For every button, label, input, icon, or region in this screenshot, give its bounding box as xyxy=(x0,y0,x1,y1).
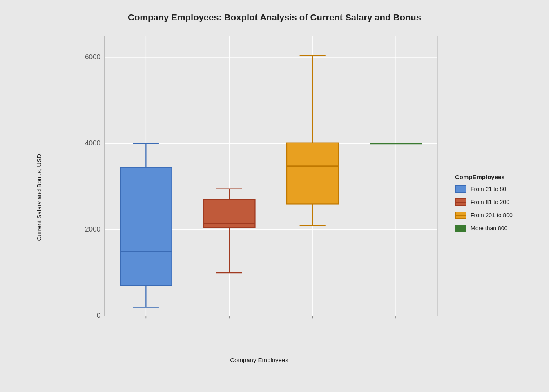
legend-box-3 xyxy=(455,212,466,219)
legend-label-2: From 81 to 200 xyxy=(471,199,509,205)
svg-rect-29 xyxy=(287,143,338,204)
legend-container: CompEmployees From 21 to 80 From 81 to 2… xyxy=(447,27,537,368)
y-axis-label: Current Salary and Bonus, USD xyxy=(36,154,42,241)
legend-label-4: More than 800 xyxy=(471,225,507,232)
plot-area: 0200040006000 Company Employees xyxy=(47,27,447,368)
legend-box-1 xyxy=(455,185,466,193)
chart-svg: 0200040006000 xyxy=(71,27,447,343)
legend-box-2 xyxy=(455,198,466,206)
legend-box-4 xyxy=(455,225,466,232)
chart-title: Company Employees: Boxplot Analysis of C… xyxy=(128,12,421,23)
legend-item-1: From 21 to 80 xyxy=(455,185,537,193)
svg-text:6000: 6000 xyxy=(85,53,100,61)
svg-text:0: 0 xyxy=(97,312,101,319)
svg-text:4000: 4000 xyxy=(85,139,100,147)
x-axis-label: Company Employees xyxy=(71,356,447,363)
legend-title: CompEmployees xyxy=(455,174,537,180)
chart-container: Company Employees: Boxplot Analysis of C… xyxy=(0,0,549,392)
legend-item-3: From 201 to 800 xyxy=(455,212,537,219)
legend-label-1: From 21 to 80 xyxy=(471,186,506,192)
plot-inner: 0200040006000 xyxy=(71,27,447,343)
legend-label-3: From 201 to 800 xyxy=(471,212,513,218)
legend-item-4: More than 800 xyxy=(455,225,537,232)
y-axis-label-container: Current Salary and Bonus, USD xyxy=(33,27,45,368)
svg-text:2000: 2000 xyxy=(85,225,100,233)
legend-item-2: From 81 to 200 xyxy=(455,198,537,206)
svg-rect-17 xyxy=(120,167,172,286)
